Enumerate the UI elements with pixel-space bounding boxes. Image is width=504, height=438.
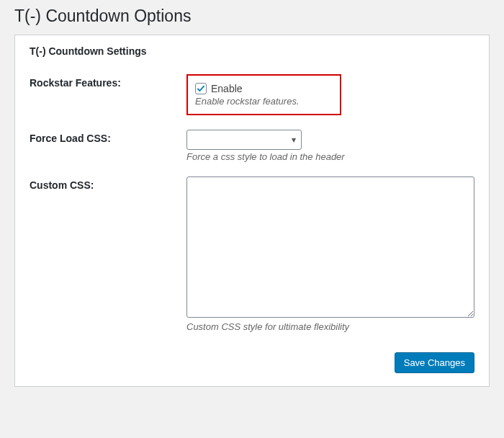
row-rockstar: Rockstar Features: Enable Enable rocksta…	[30, 74, 474, 130]
custom-css-description: Custom CSS style for ultimate flexibilit…	[186, 321, 474, 332]
rockstar-checkbox[interactable]	[195, 83, 207, 94]
rockstar-label: Rockstar Features:	[30, 74, 186, 130]
page-title: T(-) Countdown Options	[14, 0, 490, 35]
force-load-css-description: Force a css style to load in the header	[186, 151, 474, 162]
save-changes-button[interactable]: Save Changes	[395, 352, 474, 373]
force-load-css-label: Force Load CSS:	[30, 130, 186, 176]
check-icon	[197, 84, 205, 93]
force-load-css-select[interactable]	[186, 130, 302, 150]
rockstar-highlight: Enable Enable rockstar features.	[186, 74, 341, 115]
row-force-load-css: Force Load CSS: Force a css style to loa…	[30, 130, 474, 176]
row-custom-css: Custom CSS: Custom CSS style for ultimat…	[30, 176, 474, 347]
rockstar-description: Enable rockstar features.	[195, 96, 300, 107]
rockstar-checkbox-label: Enable	[211, 83, 243, 94]
panel-heading: T(-) Countdown Settings	[30, 45, 474, 57]
custom-css-textarea[interactable]	[186, 176, 474, 318]
settings-panel: T(-) Countdown Settings Rockstar Feature…	[14, 35, 490, 387]
custom-css-label: Custom CSS:	[30, 176, 186, 347]
